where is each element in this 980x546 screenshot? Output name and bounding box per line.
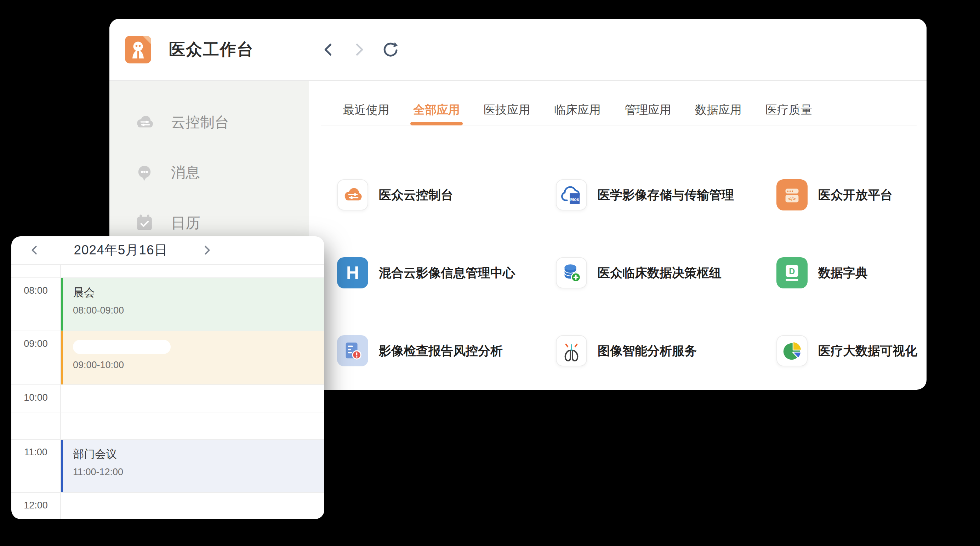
tile: [337, 335, 368, 366]
next-day-button[interactable]: [199, 243, 215, 258]
app-hybrid-cloud-center[interactable]: H 混合云影像信息管理中心: [337, 234, 556, 312]
calendar-row-1100: 11:00 部门会议 11:00-12:00: [11, 439, 324, 492]
tab-management[interactable]: 管理应用: [625, 95, 671, 125]
event-morning-meeting[interactable]: 晨会 08:00-09:00: [61, 278, 324, 330]
forward-button[interactable]: [350, 40, 368, 59]
cloud-mos-icon: Mos: [560, 184, 582, 206]
calendar-row-0800: 08:00 晨会 08:00-09:00: [11, 278, 324, 330]
app-label: 医众开放平台: [818, 187, 892, 203]
app-title: 医众工作台: [169, 38, 254, 61]
calendar-check-icon: [134, 212, 155, 233]
sidebar-item-messages[interactable]: 消息: [110, 147, 309, 198]
chevron-right-icon: [200, 243, 213, 257]
calendar-header: 2024年5月16日: [11, 236, 324, 265]
time-gutter: [11, 265, 61, 278]
time-label: 11:00: [11, 440, 61, 492]
tile: D: [776, 257, 808, 288]
time-label: 12:00: [11, 493, 61, 519]
event-title: 部门会议: [73, 447, 324, 462]
tab-quality[interactable]: 医疗质量: [765, 95, 812, 125]
app-label: 数据字典: [818, 265, 868, 281]
tab-medtech[interactable]: 医技应用: [484, 95, 530, 125]
tile: [556, 257, 587, 288]
tile: [776, 335, 808, 366]
dictionary-icon: D: [781, 262, 803, 284]
tab-data[interactable]: 数据应用: [695, 95, 742, 125]
cloud-settings-icon: [134, 112, 155, 133]
sidebar-item-cloud-console[interactable]: 云控制台: [110, 97, 309, 147]
app-clinical-data-hub[interactable]: 医众临床数据决策枢纽: [556, 234, 776, 312]
app-label: 混合云影像信息管理中心: [379, 265, 515, 281]
window-header: 医众工作台: [110, 19, 926, 81]
sidebar-item-label: 消息: [171, 163, 200, 182]
calendar-row-1200: 12:00: [11, 492, 324, 519]
database-medical-icon: [560, 262, 582, 284]
lungs-icon: [560, 340, 582, 362]
app-grid: 医众云控制台 Mos 医学影像存储与传输管理: [321, 156, 916, 390]
app-image-storage[interactable]: Mos 医学影像存储与传输管理: [556, 156, 776, 234]
chevron-left-icon: [28, 243, 41, 257]
report-alert-icon: [342, 340, 364, 362]
pie-chart-icon: [781, 340, 803, 362]
event-time-range: 11:00-12:00: [73, 467, 324, 477]
half-hour-gridline: [11, 412, 324, 412]
code-text: </>: [789, 196, 796, 201]
content-area: 最近使用 全部应用 医技应用 临床应用 管理应用 数据应用 医疗质量: [309, 81, 926, 389]
tab-all-apps[interactable]: 全部应用: [413, 95, 460, 125]
letter-h-tile-icon: H: [346, 263, 359, 283]
app-label: 医学影像存储与传输管理: [598, 187, 734, 203]
refresh-icon: [381, 41, 398, 58]
event-department-meeting[interactable]: 部门会议 11:00-12:00: [61, 440, 324, 492]
time-label: 08:00: [11, 278, 61, 330]
app-image-ai-analysis[interactable]: 图像智能分析服务: [556, 312, 776, 390]
mos-text: Mos: [570, 197, 579, 202]
tile: [337, 179, 368, 211]
letter-d-text: D: [789, 267, 795, 276]
nav-group: [319, 40, 399, 59]
event-time-range: 09:00-10:00: [73, 360, 324, 370]
sidebar-item-label: 云控制台: [171, 113, 229, 132]
app-open-platform[interactable]: </> 医众开放平台: [776, 156, 917, 234]
tab-clinical[interactable]: 临床应用: [554, 95, 601, 125]
app-label: 医疗大数据可视化: [818, 343, 917, 359]
tile: Mos: [556, 179, 587, 211]
brand-logo-icon: [125, 36, 151, 64]
tile: </>: [776, 179, 808, 211]
calendar-row-1000: 10:00: [11, 385, 324, 439]
chevron-right-icon: [351, 42, 367, 57]
tile: H: [337, 257, 368, 288]
back-button[interactable]: [319, 40, 338, 59]
event-redacted[interactable]: 09:00-10:00: [61, 331, 324, 385]
redacted-title-pill: [73, 340, 171, 354]
app-label: 图像智能分析服务: [598, 343, 697, 359]
app-label: 医众临床数据决策枢纽: [598, 265, 722, 281]
calendar-date-title: 2024年5月16日: [74, 241, 167, 259]
app-data-dictionary[interactable]: D 数据字典: [776, 234, 917, 312]
app-report-risk-analysis[interactable]: 影像检查报告风控分析: [337, 312, 556, 390]
app-bigdata-visualization[interactable]: 医疗大数据可视化: [776, 312, 917, 390]
tab-recent[interactable]: 最近使用: [343, 95, 390, 125]
time-label: 09:00: [11, 331, 61, 385]
chat-bubble-icon: [134, 162, 155, 183]
calendar-row-0900: 09:00 09:00-10:00: [11, 330, 324, 385]
app-cloud-console[interactable]: 医众云控制台: [337, 156, 556, 234]
code-browser-icon: </>: [781, 184, 803, 206]
event-title: 晨会: [73, 285, 324, 300]
tab-bar: 最近使用 全部应用 医技应用 临床应用 管理应用 数据应用 医疗质量: [321, 95, 916, 125]
calendar-spacer-row: [11, 265, 324, 278]
refresh-button[interactable]: [380, 40, 399, 59]
sidebar-item-label: 日历: [171, 213, 200, 233]
app-label: 医众云控制台: [379, 187, 453, 203]
orange-cloud-sliders-icon: [342, 184, 364, 206]
calendar-nav: 2024年5月16日: [27, 241, 215, 259]
app-label: 影像检查报告风控分析: [379, 343, 503, 359]
calendar-body: 08:00 晨会 08:00-09:00 09:00 09:00-10:00 1…: [11, 265, 324, 519]
calendar-panel: 2024年5月16日 08:00 晨会 08:00-09:00 09:00 09…: [11, 236, 324, 519]
prev-day-button[interactable]: [27, 243, 43, 258]
event-time-range: 08:00-09:00: [73, 305, 324, 316]
chevron-left-icon: [321, 42, 336, 57]
tile: [556, 335, 587, 366]
